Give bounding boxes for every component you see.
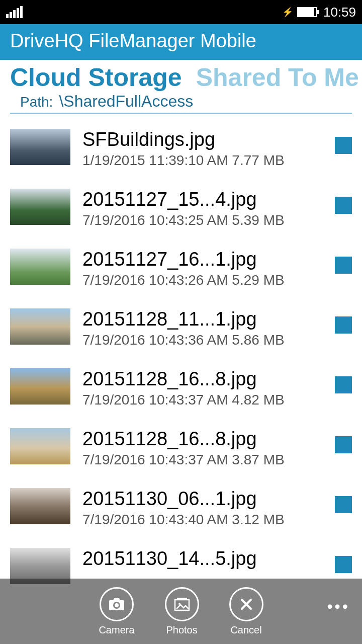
list-item[interactable]: 20151128_11...1.jpg 7/19/2016 10:43:36 A… [0,303,362,363]
list-item[interactable]: 20151128_16...8.jpg 7/19/2016 10:43:37 A… [0,363,362,423]
camera-button[interactable]: Camera [99,587,134,636]
file-meta: 7/19/2016 10:43:37 AM 3.87 MB [82,452,323,468]
list-item[interactable]: 20151127_15...4.jpg 7/19/2016 10:43:25 A… [0,184,362,244]
thumbnail-icon [10,488,70,524]
file-name: 20151130_14...5.jpg [82,548,323,570]
status-time: 10:59 [323,5,356,20]
path-label: Path: [20,94,53,110]
select-checkbox[interactable] [335,556,352,573]
tab-shared-to-me[interactable]: Shared To Me [196,63,359,92]
photos-icon [173,597,191,612]
file-meta: 7/19/2016 10:43:40 AM 3.12 MB [82,512,323,528]
thumbnail-icon [10,189,70,225]
list-item[interactable]: 20151127_16...1.jpg 7/19/2016 10:43:26 A… [0,244,362,303]
file-name: 20151128_16...8.jpg [82,368,323,390]
file-list[interactable]: SFBuildings.jpg 1/19/2015 11:39:10 AM 7.… [0,114,362,637]
select-checkbox[interactable] [335,496,352,513]
file-meta: 7/19/2016 10:43:36 AM 5.86 MB [82,332,323,348]
file-name: 20151130_06...1.jpg [82,488,323,510]
file-meta: 7/19/2016 10:43:26 AM 5.29 MB [82,272,323,288]
select-checkbox[interactable] [335,316,352,334]
app-title: DriveHQ FileManager Mobile [10,30,256,51]
close-icon [239,597,254,612]
tabs: Cloud Storage Shared To Me [0,60,362,92]
file-name: SFBuildings.jpg [82,129,323,150]
svg-rect-1 [177,598,187,600]
select-checkbox[interactable] [335,137,352,154]
file-name: 20151128_11...1.jpg [82,308,323,330]
select-checkbox[interactable] [335,436,352,453]
charging-icon: ⚡ [282,7,293,18]
list-item[interactable]: 20151128_16...8.jpg 7/19/2016 10:43:37 A… [0,423,362,483]
list-item[interactable]: 20151130_06...1.jpg 7/19/2016 10:43:40 A… [0,483,362,543]
select-checkbox[interactable] [335,376,352,393]
thumbnail-icon [10,249,70,285]
file-name: 20151127_16...1.jpg [82,249,323,270]
cancel-label: Cancel [230,624,261,636]
bottom-app-bar: Camera Photos Cancel ••• [0,579,362,644]
select-checkbox[interactable] [335,257,352,274]
camera-icon [108,597,125,611]
status-bar: ⚡ 10:59 [0,0,362,24]
file-meta: 1/19/2015 11:39:10 AM 7.77 MB [82,152,323,169]
select-checkbox[interactable] [335,197,352,214]
cancel-button[interactable]: Cancel [229,587,263,636]
more-button[interactable]: ••• [327,597,350,616]
file-name: 20151127_15...4.jpg [82,189,323,210]
tab-cloud-storage[interactable]: Cloud Storage [10,63,182,92]
path-value[interactable]: \SharedFullAccess [59,92,193,111]
thumbnail-icon [10,368,70,405]
photos-button[interactable]: Photos [165,587,199,636]
file-meta: 7/19/2016 10:43:25 AM 5.39 MB [82,212,323,228]
thumbnail-icon [10,428,70,464]
list-item[interactable]: SFBuildings.jpg 1/19/2015 11:39:10 AM 7.… [0,124,362,184]
thumbnail-icon [10,129,70,165]
camera-label: Camera [99,624,134,636]
file-meta: 7/19/2016 10:43:37 AM 4.82 MB [82,392,323,408]
thumbnail-icon [10,308,70,345]
path-row: Path: \SharedFullAccess [10,92,352,114]
app-title-bar: DriveHQ FileManager Mobile [0,24,362,60]
file-name: 20151128_16...8.jpg [82,428,323,450]
photos-label: Photos [166,624,197,636]
signal-icon [6,6,23,18]
battery-icon [297,7,317,17]
